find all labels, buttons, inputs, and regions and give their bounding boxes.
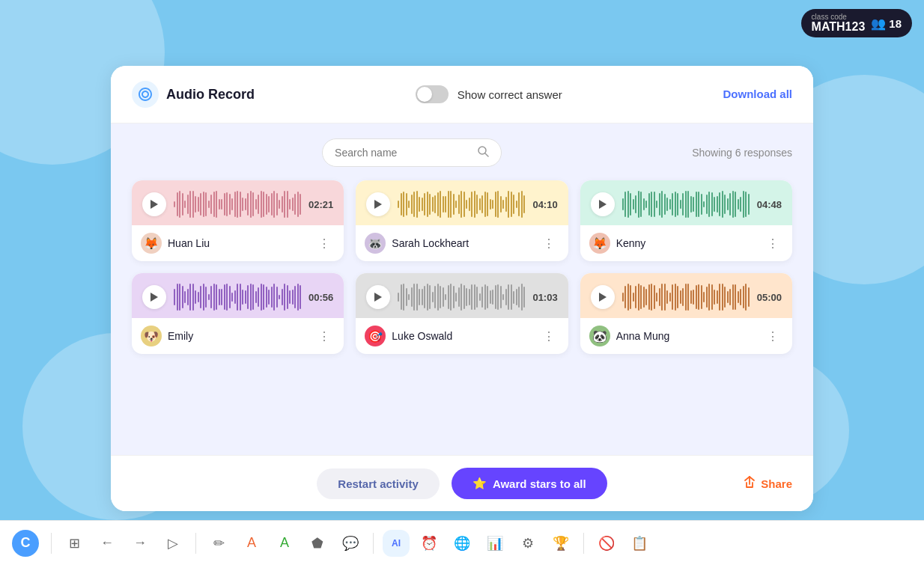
- card-header: Audio Record Show correct answer Downloa…: [111, 66, 813, 123]
- share-icon: [743, 476, 756, 492]
- audio-duration: 04:48: [757, 199, 782, 210]
- page-title: Audio Record: [166, 87, 255, 103]
- audio-duration: 01:03: [532, 292, 557, 303]
- more-options-button[interactable]: ⋮: [538, 328, 559, 345]
- audio-wave-area: 04:10: [356, 180, 568, 225]
- toolbar-shape-icon[interactable]: ⬟: [304, 530, 331, 557]
- play-button[interactable]: [142, 285, 166, 309]
- award-stars-button[interactable]: ⭐ Award stars to all: [452, 468, 607, 499]
- svg-marker-2: [151, 200, 158, 209]
- audio-card: 04:10🦝Sarah Lockheart⋮: [356, 180, 568, 261]
- show-correct-toggle[interactable]: [416, 85, 449, 103]
- student-avatar: 🎯: [365, 326, 386, 346]
- showing-text: Showing 6 responses: [692, 146, 792, 159]
- toolbar-clipboard-icon[interactable]: 📋: [626, 530, 653, 557]
- toolbar-globe-icon[interactable]: 🌐: [449, 530, 475, 557]
- toolbar-text-icon[interactable]: A: [271, 530, 298, 557]
- student-name: Anna Mung: [616, 330, 756, 342]
- audio-duration: 05:00: [757, 292, 782, 303]
- toggle-label: Show correct answer: [458, 88, 562, 101]
- audio-wave-area: 02:21: [132, 180, 344, 225]
- award-label: Award stars to all: [493, 477, 586, 490]
- waveform: [398, 191, 525, 218]
- search-input[interactable]: [335, 147, 471, 159]
- header-right: Download all: [723, 88, 792, 101]
- waveform: [622, 284, 750, 311]
- audio-duration: 00:56: [308, 292, 333, 303]
- student-name: Emily: [168, 330, 308, 342]
- toolbar-back-icon[interactable]: ←: [94, 530, 121, 557]
- toolbar-sep-3: [373, 533, 374, 554]
- app-logo: [132, 81, 159, 108]
- waveform: [622, 191, 750, 218]
- play-button[interactable]: [142, 192, 166, 216]
- header-left: Audio Record: [132, 81, 255, 108]
- toolbar-sep-4: [583, 533, 584, 554]
- restart-button[interactable]: Restart activity: [317, 468, 440, 499]
- waveform: [174, 191, 301, 218]
- audio-wave-area: 00:56: [132, 273, 344, 318]
- toolbar-block-icon[interactable]: 🚫: [593, 530, 620, 557]
- audio-card: 02:21🦊Huan Liu⋮: [132, 180, 344, 261]
- more-options-button[interactable]: ⋮: [538, 235, 559, 252]
- header-center: Show correct answer: [255, 85, 723, 103]
- more-options-button[interactable]: ⋮: [314, 235, 335, 252]
- toolbar-chat-icon[interactable]: 💬: [337, 530, 364, 557]
- audio-duration: 04:10: [532, 199, 557, 210]
- users-icon: 👥: [871, 16, 886, 31]
- download-all-button[interactable]: Download all: [723, 88, 792, 100]
- search-row: Showing 6 responses: [132, 138, 792, 167]
- bottom-toolbar: C ⊞ ← → ▷ ✏ A A ⬟ 💬 AI ⏰ 🌐 📊 ⚙ 🏆 🚫 📋: [0, 520, 924, 565]
- svg-line-1: [485, 153, 488, 156]
- audio-card: 05:00🐼Anna Mung⋮: [580, 273, 792, 354]
- more-options-button[interactable]: ⋮: [314, 328, 335, 345]
- audio-grid: 02:21🦊Huan Liu⋮04:10🦝Sarah Lockheart⋮04:…: [132, 180, 792, 354]
- svg-marker-5: [151, 293, 158, 302]
- play-button[interactable]: [591, 285, 615, 309]
- audio-card: 04:48🦊Kenny⋮: [580, 180, 792, 261]
- toolbar-play-icon[interactable]: ▷: [159, 530, 186, 557]
- waveform: [398, 284, 525, 311]
- toolbar-ai-icon[interactable]: AI: [383, 530, 410, 557]
- audio-card-footer: 🐶Emily⋮: [132, 318, 344, 354]
- class-info: class code MATH123: [812, 13, 866, 33]
- play-button[interactable]: [366, 285, 390, 309]
- audio-card-footer: 🦊Huan Liu⋮: [132, 225, 344, 261]
- audio-card: 00:56🐶Emily⋮: [132, 273, 344, 354]
- audio-card-footer: 🦊Kenny⋮: [580, 225, 792, 261]
- more-options-button[interactable]: ⋮: [762, 235, 783, 252]
- svg-marker-6: [374, 293, 382, 302]
- student-avatar: 🦊: [589, 233, 610, 254]
- student-name: Huan Liu: [168, 237, 308, 249]
- audio-card: 01:03🎯Luke Oswald⋮: [356, 273, 568, 354]
- play-button[interactable]: [591, 192, 615, 216]
- svg-marker-4: [599, 200, 607, 209]
- more-options-button[interactable]: ⋮: [762, 328, 783, 345]
- main-card: Audio Record Show correct answer Downloa…: [111, 66, 813, 511]
- play-button[interactable]: [366, 192, 390, 216]
- toolbar-logo[interactable]: C: [12, 530, 39, 557]
- top-bar: class code MATH123 👥 18: [801, 9, 912, 37]
- toolbar-pen-icon[interactable]: ✏: [205, 530, 232, 557]
- audio-duration: 02:21: [308, 199, 333, 210]
- student-name: Sarah Lockheart: [392, 237, 532, 249]
- student-name: Luke Oswald: [392, 330, 532, 342]
- toolbar-grid-icon[interactable]: ⊞: [61, 530, 88, 557]
- toolbar-trophy-icon[interactable]: 🏆: [547, 530, 574, 557]
- search-center: [132, 138, 692, 167]
- search-box[interactable]: [322, 138, 502, 167]
- audio-card-footer: 🐼Anna Mung⋮: [580, 318, 792, 354]
- toolbar-sep-2: [195, 533, 196, 554]
- toolbar-gear-icon[interactable]: ⚙: [514, 530, 541, 557]
- toolbar-timer-icon[interactable]: ⏰: [416, 530, 443, 557]
- audio-card-footer: 🎯Luke Oswald⋮: [356, 318, 568, 354]
- card-content: Showing 6 responses 02:21🦊Huan Liu⋮04:10…: [111, 123, 813, 455]
- waveform: [174, 284, 301, 311]
- share-label: Share: [761, 477, 792, 490]
- share-button[interactable]: Share: [743, 476, 792, 492]
- toolbar-forward-icon[interactable]: →: [127, 530, 154, 557]
- toolbar-chart-icon[interactable]: 📊: [481, 530, 508, 557]
- users-count: 👥 18: [871, 16, 902, 31]
- toolbar-eraser-icon[interactable]: A: [238, 530, 265, 557]
- card-footer: Restart activity ⭐ Award stars to all Sh…: [111, 455, 813, 511]
